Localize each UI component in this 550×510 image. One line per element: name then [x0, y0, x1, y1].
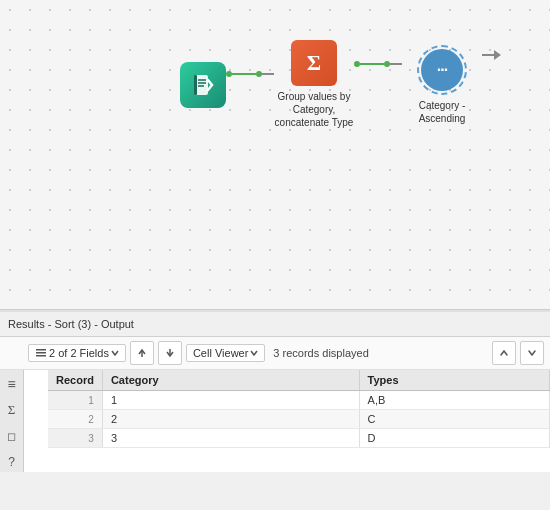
workflow: Σ Group values by Category, concatenate … — [180, 40, 550, 129]
sort-up-button[interactable] — [130, 341, 154, 365]
scroll-up-button[interactable] — [492, 341, 516, 365]
down-arrow-icon — [527, 348, 537, 358]
left-sidebar: ≡ Σ ◻ ? — [0, 370, 24, 472]
sort-down-button[interactable] — [158, 341, 182, 365]
svg-rect-7 — [36, 355, 46, 357]
table-section: ≡ Σ ◻ ? Record Category Types — [0, 370, 550, 472]
viewer-chevron-icon — [250, 349, 258, 357]
cell-viewer-label: Cell Viewer — [193, 347, 248, 359]
results-panel: Results - Sort (3) - Output 2 of 2 Field… — [0, 310, 550, 472]
cell-category-3: 3 — [102, 429, 359, 448]
svg-rect-6 — [36, 352, 46, 354]
sidebar-viewer-icon[interactable]: ◻ — [2, 426, 22, 446]
book-icon — [190, 72, 216, 98]
fields-label: 2 of 2 Fields — [49, 347, 109, 359]
cell-types-2: C — [359, 410, 549, 429]
connector-1 — [226, 71, 274, 77]
chevron-down-icon — [111, 349, 119, 357]
sort-label: Category - Ascending — [402, 99, 482, 125]
fields-dropdown-button[interactable]: 2 of 2 Fields — [28, 344, 126, 362]
sort-up-icon — [137, 348, 147, 358]
table-row: 3 3 D — [48, 429, 550, 448]
table-row: 2 2 C — [48, 410, 550, 429]
connector-2 — [354, 61, 402, 67]
col-types-header[interactable]: Types — [359, 370, 549, 391]
scroll-down-button[interactable] — [520, 341, 544, 365]
sidebar-help-icon[interactable]: ? — [2, 452, 22, 472]
sigma-icon: Σ — [307, 50, 321, 76]
results-table-container: Record Category Types 1 1 A,B — [48, 370, 550, 472]
cell-types-1: A,B — [359, 391, 549, 410]
node-input[interactable] — [180, 62, 226, 108]
table-header-row: Record Category Types — [48, 370, 550, 391]
row-num-2: 2 — [48, 410, 102, 429]
node-summarize[interactable]: Σ Group values by Category, concatenate … — [274, 40, 354, 129]
cell-viewer-dropdown[interactable]: Cell Viewer — [186, 344, 265, 362]
node-sort[interactable]: ··· Category - Ascending — [402, 45, 482, 125]
sort-down-icon — [165, 348, 175, 358]
row-num-3: 3 — [48, 429, 102, 448]
up-arrow-icon — [499, 348, 509, 358]
results-header: Results - Sort (3) - Output — [0, 312, 550, 337]
results-toolbar: 2 of 2 Fields Cell Viewer — [0, 337, 550, 370]
cell-category-2: 2 — [102, 410, 359, 429]
col-category-header[interactable]: Category — [102, 370, 359, 391]
output-connector — [482, 50, 501, 60]
dots-icon: ··· — [437, 61, 447, 79]
results-table: Record Category Types 1 1 A,B — [48, 370, 550, 448]
cell-category-1: 1 — [102, 391, 359, 410]
summarize-label: Group values by Category, concatenate Ty… — [274, 90, 354, 129]
records-count: 3 records displayed — [273, 347, 368, 359]
canvas-area: Σ Group values by Category, concatenate … — [0, 0, 550, 310]
svg-rect-5 — [36, 349, 46, 351]
sidebar-filter-icon[interactable]: ≡ — [2, 374, 22, 394]
row-num-1: 1 — [48, 391, 102, 410]
table-row: 1 1 A,B — [48, 391, 550, 410]
cell-types-3: D — [359, 429, 549, 448]
fields-icon — [35, 347, 47, 359]
table-body: 1 1 A,B 2 2 C 3 3 D — [48, 391, 550, 448]
sidebar-sigma-icon[interactable]: Σ — [2, 400, 22, 420]
svg-rect-1 — [194, 75, 197, 95]
col-record-header[interactable]: Record — [48, 370, 102, 391]
